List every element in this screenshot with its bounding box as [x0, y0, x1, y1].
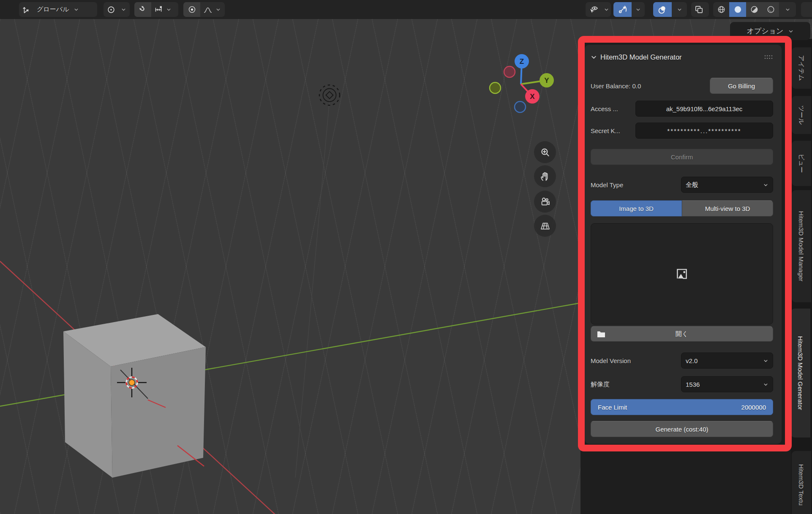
- image-to-3d-label: Image to 3D: [619, 205, 654, 212]
- shading-wireframe-icon: [717, 5, 726, 14]
- user-balance-label: User Balance: 0.0: [591, 82, 641, 90]
- gizmo-neg-z[interactable]: [515, 101, 526, 112]
- gizmo-neg-y[interactable]: [490, 82, 501, 93]
- pan-control[interactable]: [534, 165, 556, 187]
- multiview-to-3d-tab[interactable]: Multi-view to 3D: [682, 200, 773, 216]
- secret-key-input[interactable]: **********...**********: [635, 123, 773, 139]
- camera-view-icon: [540, 196, 551, 208]
- tab-label: アイテム: [798, 55, 806, 81]
- gizmo-z-label: Z: [520, 57, 524, 66]
- panel-title: Hitem3D Model Generator: [600, 53, 682, 61]
- guide-line: [295, 100, 330, 478]
- viewport-header: グローバル: [0, 0, 812, 19]
- tab-label: Hitem3D Model Manager: [798, 211, 805, 282]
- go-billing-button[interactable]: Go Billing: [710, 78, 773, 94]
- face-limit-value: 2000000: [741, 404, 766, 411]
- snapping-group: [134, 2, 178, 17]
- model-type-dropdown[interactable]: 全般: [681, 177, 773, 193]
- gizmo-neg-x[interactable]: [504, 66, 515, 77]
- pan-hand-icon: [540, 171, 550, 182]
- perspective-toggle-control[interactable]: [534, 215, 556, 237]
- chevron-down-icon[interactable]: [672, 7, 687, 12]
- orientation-label: グローバル: [34, 5, 71, 14]
- snap-to-button[interactable]: [151, 2, 164, 17]
- tab-label: Hitem3D Textu: [798, 464, 805, 506]
- xray-toggle-icon: [691, 2, 707, 17]
- falloff-curve-button[interactable]: [200, 2, 213, 17]
- open-file-label: 開く: [676, 330, 688, 338]
- overlays-group: [653, 2, 687, 17]
- panel-expand-chevron-icon[interactable]: [591, 54, 597, 60]
- tab-hitem3d-model-generator[interactable]: Hitem3D Model Generator: [791, 309, 810, 437]
- tab-tool[interactable]: ツール: [792, 96, 811, 134]
- resolution-label: 解像度: [591, 380, 610, 388]
- tab-label: ビュー: [798, 154, 806, 173]
- shading-material-button[interactable]: [746, 2, 763, 17]
- transform-orientation-dropdown[interactable]: グローバル: [19, 2, 97, 17]
- proportional-editing-toggle[interactable]: [183, 2, 200, 17]
- zoom-control[interactable]: [534, 141, 556, 163]
- image-drop-area[interactable]: [591, 223, 773, 325]
- xray-toggle[interactable]: [691, 2, 709, 17]
- default-cube[interactable]: [63, 314, 206, 478]
- shading-rendered-icon: [766, 5, 776, 14]
- access-key-label: Access ...: [591, 105, 618, 112]
- show-overlays-toggle[interactable]: [653, 2, 672, 17]
- tab-item[interactable]: アイテム: [792, 47, 811, 89]
- chevron-down-icon[interactable]: [164, 7, 174, 12]
- pivot-point-icon: [104, 2, 119, 17]
- model-version-value: v2.0: [686, 357, 698, 364]
- viewport-gizmos-icon: [618, 5, 627, 14]
- zoom-icon: [540, 147, 550, 158]
- access-key-input[interactable]: ak_59b910f6...6e29a113ec: [635, 101, 773, 117]
- camera-view-control[interactable]: [534, 191, 556, 213]
- face-limit-label: Face Limit: [598, 404, 627, 411]
- show-gizmos-toggle[interactable]: [613, 2, 632, 17]
- shading-solid-button[interactable]: [729, 2, 746, 17]
- magnet-icon: [139, 5, 147, 14]
- chevron-down-icon[interactable]: [213, 7, 223, 12]
- chevron-down-icon: [763, 382, 768, 387]
- gizmo-y-label: Y: [544, 77, 549, 85]
- options-button[interactable]: オプション: [730, 22, 810, 40]
- header-overflow: [801, 2, 812, 17]
- tab-label: ツール: [798, 105, 806, 125]
- proportional-editing-icon: [188, 5, 196, 14]
- transform-orientation-icon: [19, 2, 34, 17]
- confirm-label: Confirm: [671, 153, 693, 161]
- panel-grip-icon[interactable]: [764, 55, 773, 60]
- shading-wireframe-button[interactable]: [713, 2, 729, 17]
- model-type-value: 全般: [686, 181, 698, 189]
- generate-label: Generate (cost:40): [655, 426, 708, 433]
- panel-header[interactable]: Hitem3D Model Generator: [591, 51, 773, 63]
- chevron-down-icon[interactable]: [779, 7, 796, 12]
- open-file-button[interactable]: 開く: [591, 326, 773, 342]
- confirm-button[interactable]: Confirm: [591, 149, 773, 165]
- object-visibility-dropdown[interactable]: [586, 2, 611, 17]
- nav-gizmo[interactable]: Z Y X: [490, 54, 554, 112]
- chevron-down-icon[interactable]: [632, 7, 645, 12]
- model-version-dropdown[interactable]: v2.0: [681, 353, 773, 369]
- chevron-down-icon: [602, 7, 611, 12]
- face-limit-slider[interactable]: Face Limit 2000000: [591, 399, 773, 415]
- snap-target-icon: [154, 5, 163, 14]
- resolution-dropdown[interactable]: 1536: [681, 376, 773, 392]
- tab-hitem3d-texture[interactable]: Hitem3D Textu: [792, 451, 811, 514]
- snap-toggle-button[interactable]: [134, 2, 151, 17]
- overlays-icon: [657, 5, 668, 15]
- go-billing-label: Go Billing: [728, 82, 755, 90]
- secret-key-label: Secret K...: [591, 127, 620, 134]
- generate-button[interactable]: Generate (cost:40): [591, 421, 773, 437]
- tab-hitem3d-model-manager[interactable]: Hitem3D Model Manager: [792, 190, 811, 302]
- tab-label: Hitem3D Model Generator: [797, 336, 804, 410]
- pivot-point-dropdown[interactable]: [104, 2, 130, 17]
- multiview-to-3d-label: Multi-view to 3D: [705, 205, 750, 212]
- gizmos-group: [613, 2, 645, 17]
- model-version-label: Model Version: [591, 357, 631, 364]
- image-to-3d-tab[interactable]: Image to 3D: [591, 200, 682, 216]
- shading-rendered-button[interactable]: [763, 2, 779, 17]
- chevron-down-icon: [71, 7, 81, 12]
- tab-view[interactable]: ビュー: [792, 141, 811, 186]
- show-gizmo-eye-icon: [586, 2, 602, 17]
- shading-group: [713, 2, 796, 17]
